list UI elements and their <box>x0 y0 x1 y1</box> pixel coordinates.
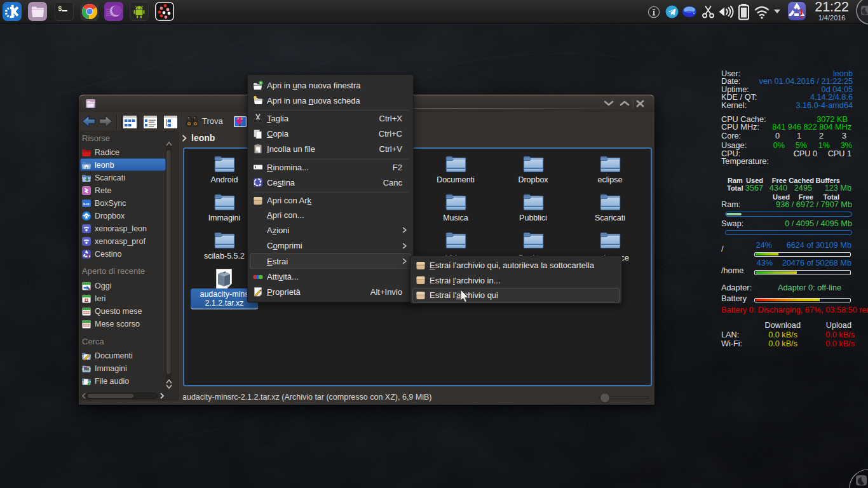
svg-text:box: box <box>83 202 90 206</box>
svg-text:$: $ <box>58 5 62 13</box>
